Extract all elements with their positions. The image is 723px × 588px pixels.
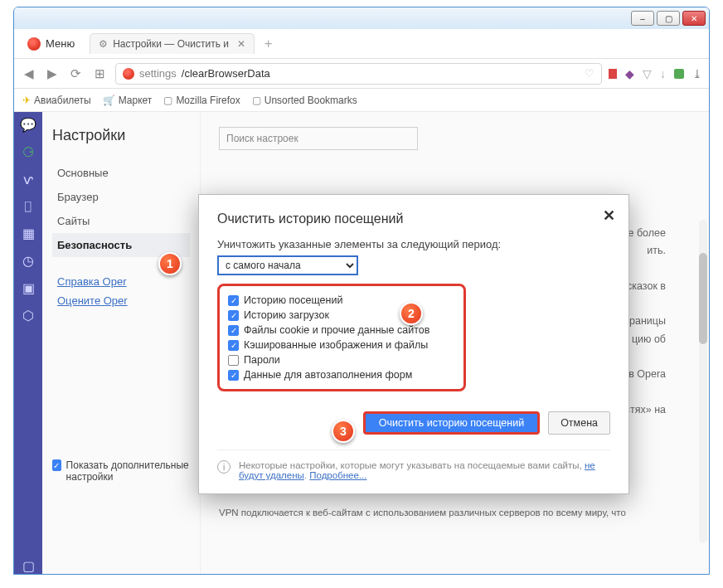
show-advanced-checkbox[interactable]: ✓ Показать дополнительные настройки bbox=[52, 459, 190, 483]
dialog-note: i Некоторые настройки, которые могут ука… bbox=[217, 450, 610, 480]
opt-history[interactable]: ✓Историю посещений bbox=[228, 293, 455, 308]
page-title: Настройки bbox=[52, 127, 190, 144]
address-bar[interactable]: settings/clearBrowserData ♡ bbox=[115, 63, 602, 85]
shield-icon[interactable]: ▽ bbox=[643, 67, 652, 80]
downloads-icon[interactable]: ⤓ bbox=[692, 67, 702, 80]
annotation-badge-2: 2 bbox=[400, 302, 423, 325]
ext2-icon[interactable] bbox=[674, 69, 684, 79]
options-group: ✓Историю посещений ✓Историю загрузок ✓Фа… bbox=[217, 284, 466, 391]
opera-icon bbox=[123, 68, 134, 80]
apps-icon[interactable]: ⊞ bbox=[91, 63, 109, 85]
close-window-button[interactable]: ✕ bbox=[682, 11, 706, 26]
addr-path: /clearBrowserData bbox=[182, 67, 270, 80]
tab-strip: Меню ⚙ Настройки — Очистить и ✕ + bbox=[14, 29, 709, 59]
menu-label: Меню bbox=[46, 37, 75, 50]
maximize-button[interactable]: ▢ bbox=[657, 11, 680, 26]
messenger-icon[interactable]: 💬 bbox=[20, 117, 36, 133]
browser-window: – ▢ ✕ Меню ⚙ Настройки — Очистить и ✕ + … bbox=[13, 7, 710, 575]
scrollbar-thumb[interactable] bbox=[699, 253, 707, 344]
opt-cache[interactable]: ✓Кэшированные изображения и файлы bbox=[228, 338, 455, 352]
cancel-button[interactable]: Отмена bbox=[548, 411, 610, 435]
back-icon[interactable]: ◀ bbox=[21, 63, 37, 85]
nav-item-sites[interactable]: Сайты bbox=[52, 209, 190, 233]
sidebar: 💬 ⚆ ⱱ ⌷ ▦ ◷ ▣ ⬡ ▢ bbox=[14, 112, 42, 574]
grid-icon[interactable]: ▦ bbox=[22, 226, 35, 241]
opt-cookies[interactable]: ✓Файлы cookie и прочие данные сайтов bbox=[228, 323, 455, 338]
toolbar: ◀ ▶ ⟳ ⊞ settings/clearBrowserData ♡ ◆ ▽ … bbox=[14, 59, 709, 89]
dialog-close-button[interactable]: ✕ bbox=[603, 207, 615, 225]
box-icon[interactable]: ⬡ bbox=[22, 308, 34, 323]
titlebar: – ▢ ✕ bbox=[14, 7, 709, 29]
opt-passwords[interactable]: Пароли bbox=[228, 352, 455, 367]
bookmark-item[interactable]: 🛒Маркет bbox=[103, 95, 153, 106]
opera-icon bbox=[27, 37, 41, 51]
clear-data-dialog: ✕ Очистить историю посещений Уничтожить … bbox=[198, 194, 629, 494]
checkbox-icon: ✓ bbox=[52, 459, 61, 471]
ext-icon[interactable]: ◆ bbox=[625, 67, 634, 80]
bookmark-item[interactable]: ✈Авиабилеты bbox=[22, 95, 91, 106]
download-icon[interactable]: ↓ bbox=[660, 67, 666, 80]
minimize-button[interactable]: – bbox=[631, 11, 654, 26]
rate-link[interactable]: Оцените Oper bbox=[52, 291, 190, 310]
bookmark-item[interactable]: ▢Unsorted Bookmarks bbox=[252, 95, 357, 106]
scrollbar[interactable] bbox=[699, 220, 707, 543]
vk-icon[interactable]: ⱱ bbox=[23, 172, 33, 187]
clock-icon[interactable]: ◷ bbox=[22, 253, 34, 269]
tab-title: Настройки — Очистить и bbox=[113, 38, 229, 50]
annotation-badge-1: 1 bbox=[158, 252, 182, 275]
bookmarks-bar: ✈Авиабилеты 🛒Маркет ▢Mozilla Firefox ▢Un… bbox=[14, 89, 709, 112]
new-tab-button[interactable]: + bbox=[260, 35, 277, 53]
reload-icon[interactable]: ⟳ bbox=[67, 63, 85, 85]
forward-icon[interactable]: ▶ bbox=[44, 63, 61, 85]
camera-icon[interactable]: ⌷ bbox=[24, 199, 32, 214]
opt-autofill[interactable]: ✓Данные для автозаполнения форм bbox=[228, 367, 455, 382]
annotation-badge-3: 3 bbox=[332, 420, 355, 443]
learn-more-link[interactable]: Подробнее... bbox=[309, 470, 366, 480]
bookmark-item[interactable]: ▢Mozilla Firefox bbox=[163, 95, 240, 106]
tab-close-icon[interactable]: ✕ bbox=[237, 38, 245, 50]
dialog-label: Уничтожить указанные элементы за следующ… bbox=[217, 238, 610, 250]
tab-settings[interactable]: ⚙ Настройки — Очистить и ✕ bbox=[90, 33, 255, 54]
bookmark-icon[interactable]: ▣ bbox=[22, 280, 35, 296]
collapse-icon[interactable]: ▢ bbox=[22, 558, 35, 574]
menu-button[interactable]: Меню bbox=[19, 34, 83, 54]
addr-prefix: settings bbox=[139, 67, 177, 80]
adblock-icon[interactable] bbox=[609, 69, 617, 79]
period-select[interactable]: с самого начала bbox=[217, 255, 358, 275]
heart-icon[interactable]: ♡ bbox=[585, 67, 594, 80]
nav-item-browser[interactable]: Браузер bbox=[52, 185, 190, 209]
nav-item-basic[interactable]: Основные bbox=[52, 161, 190, 185]
settings-nav: Настройки Основные Браузер Сайты Безопас… bbox=[42, 112, 200, 574]
gear-icon: ⚙ bbox=[99, 38, 108, 50]
dialog-title: Очистить историю посещений bbox=[217, 211, 610, 226]
clear-button[interactable]: Очистить историю посещений bbox=[363, 411, 540, 435]
settings-search-input[interactable]: Поиск настроек bbox=[219, 127, 418, 150]
info-icon: i bbox=[217, 460, 230, 474]
whatsapp-icon[interactable]: ⚆ bbox=[22, 144, 34, 160]
toolbar-right: ◆ ▽ ↓ ⤓ bbox=[609, 67, 702, 80]
